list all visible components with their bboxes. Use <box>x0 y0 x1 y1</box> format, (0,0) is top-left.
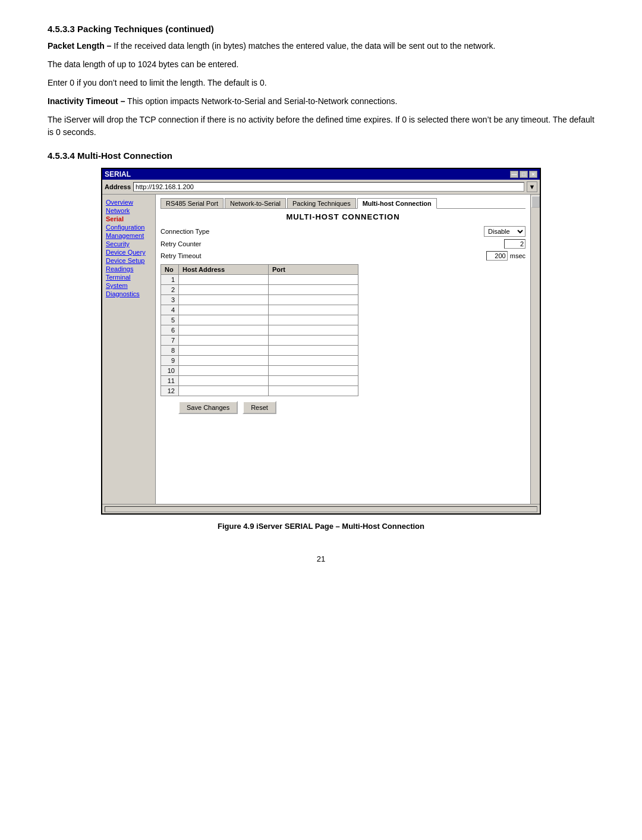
heading-433: 4.5.3.3 Packing Techniques (continued) <box>48 24 594 34</box>
table-cell-port[interactable] <box>269 346 358 356</box>
address-input[interactable] <box>133 182 524 192</box>
sidebar-item-diagnostics[interactable]: Diagnostics <box>105 290 153 298</box>
retry-timeout-input[interactable] <box>486 251 508 261</box>
port-input-10[interactable] <box>272 367 354 374</box>
port-input-4[interactable] <box>272 306 354 314</box>
sidebar-item-system[interactable]: System <box>105 281 153 290</box>
tab-multi-host-connection[interactable]: Multi-host Connection <box>357 198 437 209</box>
browser-title: SERIAL <box>105 170 131 178</box>
port-input-11[interactable] <box>272 377 354 384</box>
horizontal-scrollbar[interactable] <box>105 506 537 512</box>
host-address-input-12[interactable] <box>182 387 265 394</box>
tab-bar: RS485 Serial Port Network-to-Serial Pack… <box>160 198 525 209</box>
host-address-input-7[interactable] <box>182 337 265 344</box>
scrollbar-thumb[interactable] <box>531 196 540 208</box>
table-cell-no: 5 <box>161 315 179 325</box>
port-input-9[interactable] <box>272 357 354 364</box>
host-address-input-1[interactable] <box>182 276 265 283</box>
close-button[interactable]: × <box>529 171 537 178</box>
table-cell-port[interactable] <box>269 325 358 336</box>
port-input-8[interactable] <box>272 347 354 354</box>
table-cell-no: 9 <box>161 356 179 366</box>
col-header-no: No <box>161 265 179 275</box>
port-input-5[interactable] <box>272 316 354 324</box>
sidebar-item-overview[interactable]: Overview <box>105 198 153 206</box>
table-cell-host[interactable] <box>179 275 269 285</box>
table-cell-host[interactable] <box>179 376 269 386</box>
table-cell-port[interactable] <box>269 295 358 305</box>
titlebar-controls[interactable]: — □ × <box>510 171 537 178</box>
sidebar-item-device-setup[interactable]: Device Setup <box>105 256 153 265</box>
sidebar-item-terminal[interactable]: Terminal <box>105 273 153 281</box>
sidebar-item-configuration[interactable]: Configuration <box>105 223 153 231</box>
retry-counter-input[interactable] <box>504 239 525 249</box>
host-address-input-11[interactable] <box>182 377 265 384</box>
table-cell-port[interactable] <box>269 285 358 295</box>
reset-button[interactable]: Reset <box>243 401 276 414</box>
port-input-12[interactable] <box>272 387 354 394</box>
host-address-input-10[interactable] <box>182 367 265 374</box>
vertical-scrollbar[interactable] <box>530 195 540 504</box>
host-address-input-6[interactable] <box>182 327 265 334</box>
sidebar-item-management[interactable]: Management <box>105 231 153 240</box>
connection-type-select[interactable]: Disable <box>484 226 525 237</box>
address-go-button[interactable]: ▼ <box>527 181 537 192</box>
table-cell-no: 7 <box>161 336 179 346</box>
table-cell-host[interactable] <box>179 356 269 366</box>
sidebar-item-network[interactable]: Network <box>105 206 153 215</box>
tab-network-to-serial[interactable]: Network-to-Serial <box>225 198 286 208</box>
maximize-button[interactable]: □ <box>520 171 528 178</box>
browser-sidebar: Overview Network Serial Configuration Ma… <box>102 195 156 504</box>
table-cell-host[interactable] <box>179 325 269 336</box>
form-row-retry-timeout: Retry Timeout msec <box>160 251 525 261</box>
minimize-button[interactable]: — <box>510 171 518 178</box>
table-cell-host[interactable] <box>179 366 269 376</box>
host-address-input-8[interactable] <box>182 347 265 354</box>
retry-timeout-label: Retry Timeout <box>160 252 486 259</box>
table-cell-host[interactable] <box>179 315 269 325</box>
retry-counter-label: Retry Counter <box>160 240 504 247</box>
port-input-3[interactable] <box>272 296 354 303</box>
table-cell-host[interactable] <box>179 386 269 396</box>
table-cell-port[interactable] <box>269 275 358 285</box>
browser-window: SERIAL — □ × Address ▼ Overview Network … <box>101 168 541 515</box>
table-cell-port[interactable] <box>269 376 358 386</box>
port-input-7[interactable] <box>272 337 354 344</box>
table-cell-host[interactable] <box>179 305 269 315</box>
table-cell-port[interactable] <box>269 315 358 325</box>
host-address-input-9[interactable] <box>182 357 265 364</box>
port-input-2[interactable] <box>272 286 354 293</box>
table-cell-no: 1 <box>161 275 179 285</box>
table-header-row: No Host Address Port <box>161 265 358 275</box>
table-cell-host[interactable] <box>179 295 269 305</box>
table-cell-port[interactable] <box>269 386 358 396</box>
host-address-input-5[interactable] <box>182 316 265 324</box>
port-input-1[interactable] <box>272 276 354 283</box>
table-cell-host[interactable] <box>179 346 269 356</box>
table-cell-host[interactable] <box>179 285 269 295</box>
table-cell-port[interactable] <box>269 305 358 315</box>
host-address-input-3[interactable] <box>182 296 265 303</box>
sidebar-item-device-query[interactable]: Device Query <box>105 248 153 256</box>
table-cell-port[interactable] <box>269 366 358 376</box>
table-cell-port[interactable] <box>269 356 358 366</box>
table-row: 8 <box>161 346 358 356</box>
sidebar-item-serial[interactable]: Serial <box>105 215 153 223</box>
table-cell-no: 11 <box>161 376 179 386</box>
table-cell-host[interactable] <box>179 336 269 346</box>
save-changes-button[interactable]: Save Changes <box>178 401 238 414</box>
table-row: 1 <box>161 275 358 285</box>
table-row: 3 <box>161 295 358 305</box>
host-address-input-4[interactable] <box>182 306 265 314</box>
tab-packing-techniques[interactable]: Packing Techniques <box>287 198 356 208</box>
sidebar-item-security[interactable]: Security <box>105 240 153 248</box>
port-input-6[interactable] <box>272 327 354 334</box>
browser-footer <box>102 504 540 513</box>
table-cell-no: 4 <box>161 305 179 315</box>
sidebar-item-readings[interactable]: Readings <box>105 265 153 273</box>
host-address-input-2[interactable] <box>182 286 265 293</box>
tab-rs485-serial-port[interactable]: RS485 Serial Port <box>160 198 224 208</box>
heading-434: 4.5.3.4 Multi-Host Connection <box>48 151 594 161</box>
section-434: 4.5.3.4 Multi-Host Connection SERIAL — □… <box>48 151 594 531</box>
table-cell-port[interactable] <box>269 336 358 346</box>
